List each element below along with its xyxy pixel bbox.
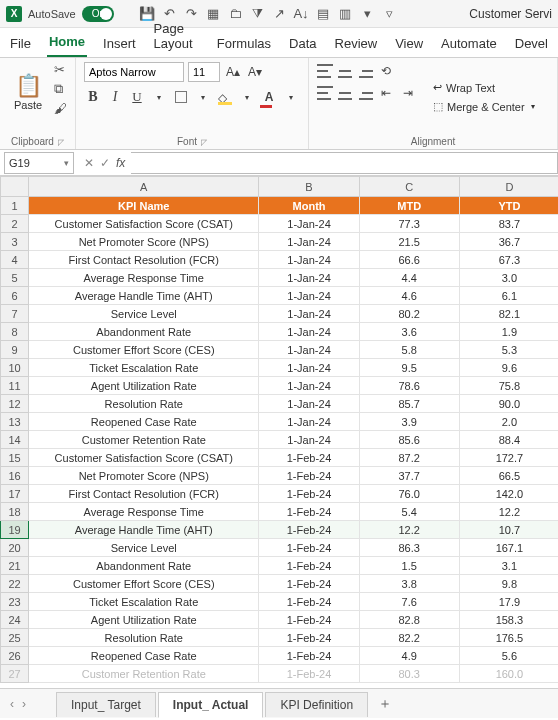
cell[interactable]: Month [259,197,359,215]
cell[interactable]: Average Response Time [29,503,259,521]
cell[interactable]: 1.9 [459,323,558,341]
cell[interactable]: 142.0 [459,485,558,503]
cell[interactable]: 1-Jan-24 [259,215,359,233]
cut-icon[interactable]: ✂ [54,62,67,77]
cell[interactable]: Customer Effort Score (CES) [29,341,259,359]
sheet-tab[interactable]: Input_ Target [56,692,156,717]
cell[interactable]: Customer Satisfaction Score (CSAT) [29,449,259,467]
cell[interactable]: 1-Jan-24 [259,395,359,413]
font-dialog-launcher-icon[interactable]: ◸ [201,138,207,147]
row-header[interactable]: 23 [1,593,29,611]
cell[interactable]: 3.0 [459,269,558,287]
cell[interactable]: 1-Feb-24 [259,503,359,521]
row-header[interactable]: 2 [1,215,29,233]
cell[interactable]: 160.0 [459,665,558,683]
cell[interactable]: 5.6 [459,647,558,665]
sheet-nav-next-icon[interactable]: › [22,697,26,711]
cell[interactable]: 172.7 [459,449,558,467]
column-header-D[interactable]: D [459,177,558,197]
cell[interactable]: 3.8 [359,575,459,593]
cell[interactable]: 83.7 [459,215,558,233]
cell[interactable]: Ticket Escalation Rate [29,359,259,377]
cell[interactable]: 80.3 [359,665,459,683]
row-header[interactable]: 12 [1,395,29,413]
cell[interactable]: 167.1 [459,539,558,557]
column-header-A[interactable]: A [29,177,259,197]
fill-color-button[interactable]: ◇ [216,88,234,106]
cell[interactable]: 1-Feb-24 [259,449,359,467]
bold-button[interactable]: B [84,88,102,106]
row-header[interactable]: 9 [1,341,29,359]
ribbon-tab-devel[interactable]: Devel [513,30,550,57]
cell[interactable]: 1.5 [359,557,459,575]
qat-pivot-icon[interactable]: ▥ [337,6,353,22]
row-header[interactable]: 26 [1,647,29,665]
cell[interactable]: Customer Satisfaction Score (CSAT) [29,215,259,233]
cell[interactable]: 1-Feb-24 [259,557,359,575]
cell[interactable]: Resolution Rate [29,395,259,413]
cell[interactable]: First Contact Resolution (FCR) [29,485,259,503]
select-all-corner[interactable] [1,177,29,197]
cell[interactable]: 1-Jan-24 [259,323,359,341]
row-header[interactable]: 21 [1,557,29,575]
cell[interactable]: 1-Jan-24 [259,377,359,395]
ribbon-tab-insert[interactable]: Insert [101,30,138,57]
sheet-tab[interactable]: KPI Definition [265,692,368,717]
row-header[interactable]: 20 [1,539,29,557]
align-right-icon[interactable] [357,86,373,100]
row-header[interactable]: 19 [1,521,29,539]
cell[interactable]: Agent Utilization Rate [29,611,259,629]
cell[interactable]: 1-Feb-24 [259,467,359,485]
cell[interactable]: 9.8 [459,575,558,593]
cell[interactable]: 88.4 [459,431,558,449]
cell[interactable]: 1-Jan-24 [259,359,359,377]
cell[interactable]: 82.1 [459,305,558,323]
cell[interactable]: 77.3 [359,215,459,233]
qat-grid-icon[interactable]: ▦ [205,6,221,22]
decrease-indent-icon[interactable]: ⇤ [377,84,395,102]
cell[interactable]: 7.6 [359,593,459,611]
cell[interactable]: 1-Feb-24 [259,629,359,647]
cell[interactable]: 9.6 [459,359,558,377]
cell[interactable]: 3.9 [359,413,459,431]
italic-button[interactable]: I [106,88,124,106]
font-size-combo[interactable] [188,62,220,82]
underline-button[interactable]: U [128,88,146,106]
cell[interactable]: 3.1 [459,557,558,575]
cell[interactable]: 1-Feb-24 [259,575,359,593]
paste-button[interactable]: 📋 Paste [8,62,48,122]
ribbon-tab-review[interactable]: Review [333,30,380,57]
cell[interactable]: 1-Feb-24 [259,539,359,557]
fx-icon[interactable]: fx [116,156,125,170]
cell[interactable]: 36.7 [459,233,558,251]
align-middle-icon[interactable] [337,64,353,78]
cell[interactable]: 1-Feb-24 [259,593,359,611]
formula-input[interactable] [131,152,558,174]
wrap-text-button[interactable]: ↩Wrap Text [433,81,535,94]
column-header-B[interactable]: B [259,177,359,197]
qat-folder-icon[interactable]: 🗀 [227,6,243,22]
row-header[interactable]: 14 [1,431,29,449]
format-painter-icon[interactable]: 🖌 [54,101,67,116]
cell[interactable]: Service Level [29,539,259,557]
grid-area[interactable]: ABCD 1KPI NameMonthMTDYTD2Customer Satis… [0,176,558,688]
cell[interactable]: 21.5 [359,233,459,251]
cell[interactable]: First Contact Resolution (FCR) [29,251,259,269]
clipboard-dialog-launcher-icon[interactable]: ◸ [58,138,64,147]
cell[interactable]: 86.3 [359,539,459,557]
cell[interactable]: 5.3 [459,341,558,359]
cell[interactable]: Average Handle Time (AHT) [29,287,259,305]
cell[interactable]: Ticket Escalation Rate [29,593,259,611]
borders-button[interactable] [172,88,190,106]
qat-more-icon[interactable]: ▿ [381,6,397,22]
cell[interactable]: 3.6 [359,323,459,341]
row-header[interactable]: 25 [1,629,29,647]
formula-enter-icon[interactable]: ✓ [100,156,110,170]
cell[interactable]: 2.0 [459,413,558,431]
cell[interactable]: Abandonment Rate [29,557,259,575]
cell[interactable]: 4.9 [359,647,459,665]
qat-filter-icon[interactable]: ⧩ [249,6,265,22]
align-top-icon[interactable] [317,64,333,78]
decrease-font-icon[interactable]: A▾ [246,63,264,81]
cell[interactable]: 9.5 [359,359,459,377]
